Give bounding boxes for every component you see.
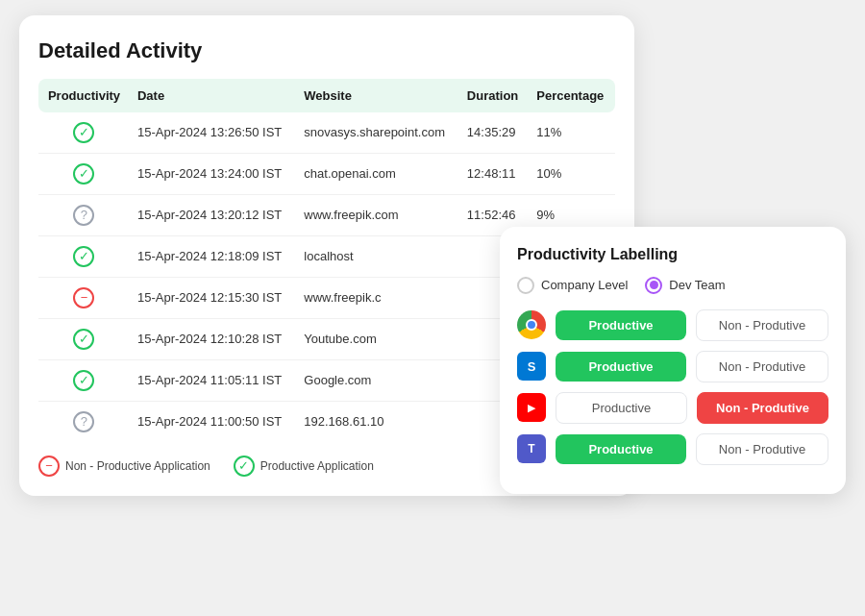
productive-btn-chrome[interactable]: Productive <box>556 310 686 340</box>
nonproductive-btn-chrome[interactable]: Non - Produtive <box>696 309 828 341</box>
youtube-icon: ▶ <box>517 393 546 422</box>
dev-team-radio[interactable] <box>645 277 662 294</box>
app-row-teams: TProductiveNon - Produtive <box>517 433 828 465</box>
percentage-cell: 11% <box>529 112 615 154</box>
productivity-cell: ✓ <box>38 359 130 401</box>
duration-cell: 12:48:11 <box>459 153 529 194</box>
labelling-card: Productivity Labelling Company Level Dev… <box>500 227 846 494</box>
nonproductive-btn-sharepoint[interactable]: Non - Produtive <box>696 351 828 382</box>
website-cell: Google.com <box>296 359 459 401</box>
website-cell: Youtube.com <box>296 318 459 359</box>
website-cell: 192.168.61.10 <box>296 401 459 442</box>
col-website: Website <box>296 79 459 112</box>
unknown-icon: ? <box>73 411 94 432</box>
labelling-title: Productivity Labelling <box>517 246 828 263</box>
productivity-cell: ✓ <box>38 153 130 194</box>
productivity-cell: ✓ <box>38 318 130 359</box>
company-level-radio[interactable] <box>517 277 534 294</box>
col-date: Date <box>130 79 296 112</box>
date-cell: 15-Apr-2024 13:24:00 IST <box>130 153 296 194</box>
table-row: ✓15-Apr-2024 13:26:50 ISTsnovasys.sharep… <box>38 112 615 154</box>
level-selector: Company Level Dev Team <box>517 277 828 294</box>
website-cell: www.freepik.com <box>296 194 459 235</box>
date-cell: 15-Apr-2024 11:05:11 IST <box>130 359 296 401</box>
productive-btn-teams[interactable]: Productive <box>556 434 686 464</box>
main-container: Detailed Activity Productivity Date Webs… <box>19 15 846 602</box>
teams-icon: T <box>517 434 546 463</box>
nonproductive-icon: − <box>38 456 60 477</box>
sharepoint-icon: S <box>517 352 546 381</box>
productive-check-icon: ✓ <box>73 370 94 391</box>
legend-nonproductive-label: Non - Productive Application <box>65 459 210 473</box>
website-cell: www.freepik.c <box>296 277 459 318</box>
dev-team-label: Dev Team <box>669 278 725 292</box>
productivity-cell: ? <box>38 194 130 235</box>
col-duration: Duration <box>459 79 529 112</box>
percentage-cell: 10% <box>529 153 615 194</box>
app-row-sharepoint: SProductiveNon - Produtive <box>517 351 828 382</box>
date-cell: 15-Apr-2024 12:15:30 IST <box>130 277 296 318</box>
chrome-icon <box>517 310 546 339</box>
dev-team-option[interactable]: Dev Team <box>645 277 725 294</box>
unknown-icon: ? <box>73 205 94 226</box>
productivity-cell: − <box>38 277 130 318</box>
app-row-youtube: ▶ProductiveNon - Produtive <box>517 392 828 424</box>
productivity-cell: ✓ <box>38 235 130 277</box>
col-percentage: Percentage <box>529 79 615 112</box>
nonproductive-btn-teams[interactable]: Non - Produtive <box>696 433 828 465</box>
website-cell: snovasys.sharepoint.com <box>296 112 459 154</box>
date-cell: 15-Apr-2024 11:00:50 IST <box>130 401 296 442</box>
productive-check-icon: ✓ <box>73 163 94 185</box>
nonproductive-btn-youtube[interactable]: Non - Produtive <box>697 392 828 424</box>
duration-cell: 14:35:29 <box>459 112 529 154</box>
legend-nonproductive: − Non - Productive Application <box>38 456 210 477</box>
productive-btn-youtube[interactable]: Productive <box>556 392 687 424</box>
col-productivity: Productivity <box>38 79 130 112</box>
date-cell: 15-Apr-2024 13:26:50 IST <box>130 112 296 154</box>
table-row: ✓15-Apr-2024 13:24:00 ISTchat.openai.com… <box>38 153 615 194</box>
activity-title: Detailed Activity <box>38 38 615 63</box>
company-level-label: Company Level <box>541 278 628 292</box>
date-cell: 15-Apr-2024 13:20:12 IST <box>130 194 296 235</box>
productive-check-icon: ✓ <box>73 246 94 267</box>
website-cell: localhost <box>296 235 459 277</box>
nonproductive-icon: − <box>73 287 94 308</box>
productive-check-icon: ✓ <box>73 329 94 350</box>
company-level-option[interactable]: Company Level <box>517 277 628 294</box>
productivity-cell: ✓ <box>38 112 130 154</box>
productive-check-icon: ✓ <box>73 122 94 143</box>
legend-productive: ✓ Productive Application <box>234 456 374 477</box>
productive-btn-sharepoint[interactable]: Productive <box>556 352 686 382</box>
legend-productive-label: Productive Application <box>260 459 374 473</box>
productivity-cell: ? <box>38 401 130 442</box>
app-row-chrome: ProductiveNon - Produtive <box>517 309 828 341</box>
date-cell: 15-Apr-2024 12:18:09 IST <box>130 235 296 277</box>
website-cell: chat.openai.com <box>296 153 459 194</box>
productive-icon: ✓ <box>234 456 255 477</box>
apps-container: ProductiveNon - ProdutiveSProductiveNon … <box>517 309 828 465</box>
date-cell: 15-Apr-2024 12:10:28 IST <box>130 318 296 359</box>
